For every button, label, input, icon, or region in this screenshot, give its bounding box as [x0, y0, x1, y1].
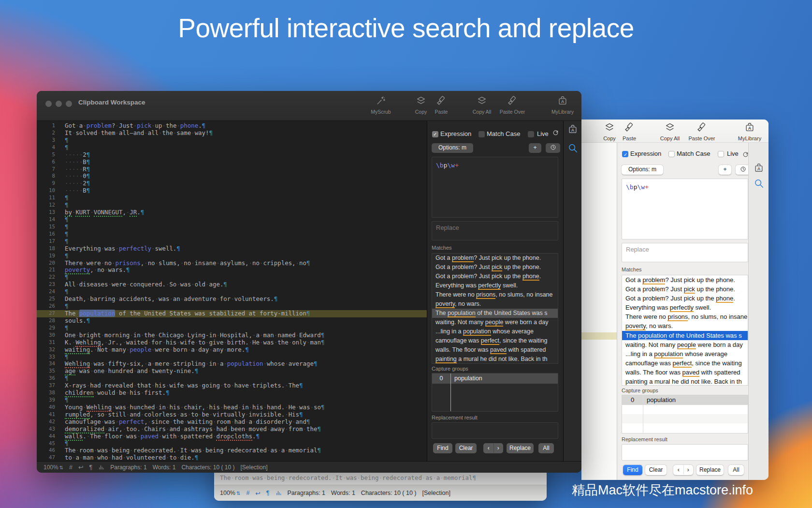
- editor-line[interactable]: 32waiting.·Not·many·people·were·born·a·d…: [37, 346, 427, 354]
- editor-line[interactable]: 14¶: [37, 216, 427, 224]
- match-item[interactable]: Got a problem? Just pick up the phone.: [622, 275, 748, 284]
- match-item[interactable]: poverty, no wars.: [622, 321, 748, 330]
- pilcrow-icon[interactable]: ¶: [266, 490, 270, 496]
- zoom-button[interactable]: [66, 101, 72, 107]
- matches-list[interactable]: Got a problem? Just pick up the phone.Go…: [622, 275, 748, 386]
- editor-line[interactable]: 15¶: [37, 224, 427, 231]
- editor-line[interactable]: 17¶: [37, 238, 427, 245]
- match-item[interactable]: walls. The floor was paved with spattere…: [622, 368, 748, 377]
- editor-line[interactable]: 47to·a·man·who·had·volunteered·to·die.¶: [37, 454, 427, 461]
- return-icon[interactable]: ↩: [78, 463, 83, 471]
- editor-line[interactable]: 39¶: [37, 397, 427, 404]
- editor-line[interactable]: 31K.·Wehling,·Jr.,·waited·for·his·wife·t…: [37, 339, 427, 346]
- editor-line[interactable]: 2It·solved·them·all—and·all·the·same·way…: [37, 130, 427, 137]
- replace-all-button[interactable]: All: [728, 465, 744, 475]
- chart-icon[interactable]: [276, 490, 282, 496]
- match-item[interactable]: painting a mural he did not like. Back i…: [432, 355, 558, 364]
- matches-list[interactable]: Got a problem? Just pick up the phone.Go…: [432, 253, 558, 364]
- text-editor[interactable]: 1Got·a·problem?·Just·pick·up·the·phone.¶…: [37, 121, 427, 461]
- options-button[interactable]: Options: m: [622, 165, 663, 175]
- editor-line[interactable]: 27The·population·of·the·United·States·wa…: [37, 310, 427, 317]
- editor-line[interactable]: 33¶: [37, 354, 427, 361]
- prev-next-buttons[interactable]: ‹›: [483, 443, 503, 453]
- add-pattern-button[interactable]: +: [529, 143, 541, 153]
- add-pattern-button[interactable]: +: [719, 165, 731, 175]
- chart-icon[interactable]: [98, 464, 104, 471]
- clear-button[interactable]: Clear: [645, 465, 667, 475]
- toolbar-item-paste[interactable]: Paste: [610, 122, 649, 141]
- editor-line[interactable]: 22¶: [37, 274, 427, 281]
- options-button[interactable]: Options: m: [432, 143, 473, 153]
- match-item[interactable]: camouflage was perfect, since the waitin…: [432, 336, 558, 345]
- library-icon[interactable]: A: [754, 163, 764, 175]
- checkbox-match-case[interactable]: [478, 131, 485, 137]
- editor-line[interactable]: 10·····B¶: [37, 187, 427, 194]
- traffic-lights[interactable]: [45, 101, 72, 107]
- match-item[interactable]: Got a problem? Just pick up the phone.: [432, 272, 558, 281]
- match-item[interactable]: There were no prisons, no slums, no insa…: [432, 290, 558, 299]
- match-item[interactable]: The population of the United States was …: [432, 309, 558, 318]
- editor-line[interactable]: 46The·room·was·being·redecorated.·It·was…: [37, 447, 427, 454]
- replace-all-button[interactable]: All: [538, 443, 554, 453]
- checkbox-expression[interactable]: [622, 151, 628, 157]
- editor-line[interactable]: 23All·diseases·were·conquered.·So·was·ol…: [37, 281, 427, 288]
- editor-line[interactable]: 16¶: [37, 231, 427, 238]
- match-item[interactable]: waiting. Not many people were born a day: [432, 318, 558, 327]
- toolbar-item-myscrub[interactable]: MyScrub: [362, 95, 400, 115]
- match-item[interactable]: Got a problem? Just pick up the phone.: [432, 254, 558, 263]
- pilcrow-icon[interactable]: ¶: [89, 464, 93, 471]
- toolbar-item-paste-over[interactable]: Paste Over: [493, 95, 532, 115]
- editor-line[interactable]: 4¶: [37, 144, 427, 151]
- search-pattern-field[interactable]: \bp\w+: [622, 179, 748, 239]
- toolbar-item-mylibrary[interactable]: AMyLibrary: [543, 95, 582, 115]
- editor-line[interactable]: 29¶: [37, 325, 427, 332]
- match-item[interactable]: The population of the United States was …: [622, 331, 748, 340]
- match-item[interactable]: ...ling in a population whose average: [432, 327, 558, 336]
- match-item[interactable]: Got a problem? Just pick up the phone.: [432, 263, 558, 272]
- refresh-icon[interactable]: [552, 129, 559, 138]
- checkbox-expression[interactable]: [432, 131, 438, 137]
- search-icon[interactable]: [754, 178, 764, 191]
- capture-group-row[interactable]: 0population: [432, 374, 558, 384]
- editor-line[interactable]: 11¶: [37, 194, 427, 202]
- editor-line[interactable]: 8·····0¶: [37, 173, 427, 180]
- editor-line[interactable]: 28souls.¶: [37, 317, 427, 325]
- replace-field[interactable]: Replace: [622, 243, 748, 262]
- editor-line[interactable]: 7·····R¶: [37, 166, 427, 173]
- match-item[interactable]: poverty, no wars.: [432, 299, 558, 309]
- replace-field[interactable]: Replace: [432, 221, 558, 240]
- checkbox-match-case[interactable]: [668, 151, 675, 157]
- editor-line[interactable]: 40Young·Wehling·was·hunched·in·his·chair…: [37, 404, 427, 411]
- editor-line[interactable]: 1Got·a·problem?·Just·pick·up·the·phone.¶: [37, 122, 427, 130]
- editor-line[interactable]: 25Death,·barring·accidents,·was·an·adven…: [37, 296, 427, 303]
- hash-icon[interactable]: #: [246, 490, 249, 496]
- next-match-button[interactable]: ›: [683, 465, 693, 475]
- next-match-button[interactable]: ›: [493, 443, 503, 453]
- editor-line[interactable]: 19¶: [37, 253, 427, 260]
- editor-line[interactable]: 43demoralized·air,·too.·Chairs·and·ashtr…: [37, 426, 427, 433]
- search-pattern-field[interactable]: \bp\w+: [432, 157, 558, 218]
- editor-line[interactable]: 37X-rays·had·revealed·that·his·wife·was·…: [37, 382, 427, 389]
- editor-line[interactable]: 44walls.·The·floor·was·paved·with·spatte…: [37, 433, 427, 440]
- editor-line[interactable]: 38children·would·be·his·first.¶: [37, 389, 427, 397]
- replacement-result-field[interactable]: [432, 422, 558, 439]
- match-item[interactable]: Everything was perfectly swell.: [432, 281, 558, 290]
- checkbox-live[interactable]: [528, 131, 534, 137]
- match-item[interactable]: Got a problem? Just pick up the phone.: [622, 284, 748, 294]
- editor-line[interactable]: 34Wehling·was·fifty-six,·a·mere·striplin…: [37, 360, 427, 368]
- toolbar-item-mylibrary[interactable]: AMyLibrary: [730, 122, 769, 141]
- history-button[interactable]: [546, 143, 560, 153]
- return-icon[interactable]: ↩: [255, 490, 260, 497]
- match-item[interactable]: There were no prisons, no slums, no insa…: [622, 312, 748, 321]
- prev-next-buttons[interactable]: ‹›: [673, 465, 693, 475]
- match-item[interactable]: camouflage was perfect, since the waitin…: [622, 359, 748, 368]
- editor-line[interactable]: 42camouflage·was·perfect,·since·the·wait…: [37, 418, 427, 426]
- minimize-button[interactable]: [56, 101, 62, 107]
- editor-line[interactable]: 24¶: [37, 288, 427, 296]
- checkbox-live[interactable]: [718, 151, 724, 157]
- editor-line[interactable]: 30One·bright·morning·in·the·Chicago·Lyin…: [37, 332, 427, 339]
- editor-line[interactable]: 41rumpled,·so·still·and·colorless·as·to·…: [37, 411, 427, 418]
- editor-line[interactable]: 45¶: [37, 440, 427, 448]
- find-button[interactable]: Find: [433, 443, 452, 453]
- search-icon[interactable]: [567, 143, 578, 155]
